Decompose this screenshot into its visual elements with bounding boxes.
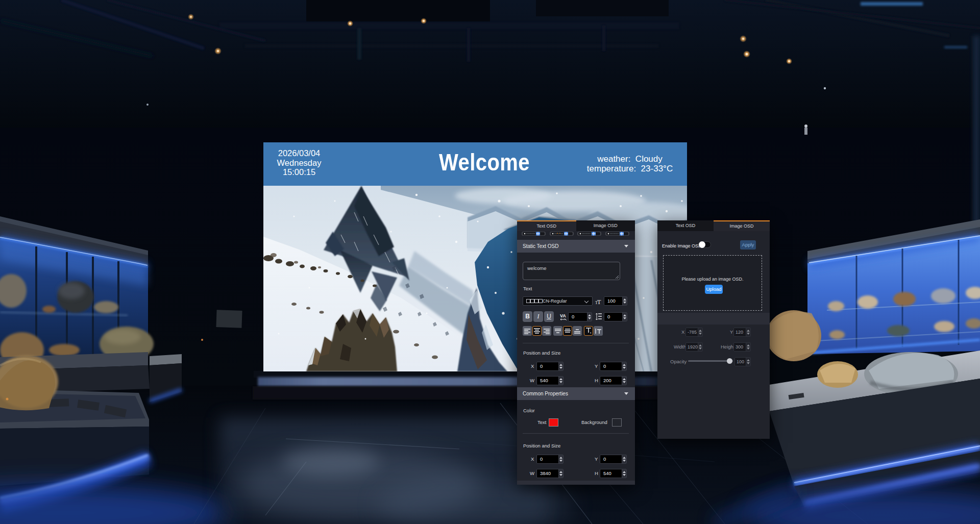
svg-text:T: T: [597, 298, 601, 305]
svg-text:VA: VA: [560, 313, 566, 318]
